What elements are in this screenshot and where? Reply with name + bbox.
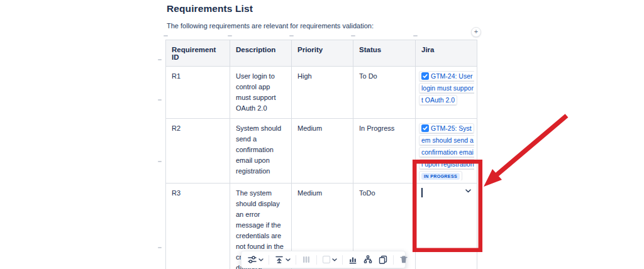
cell-status[interactable]: In Progress: [353, 119, 416, 184]
table-row: R1 User login to control app must suppor…: [166, 67, 477, 119]
column-resize-handle[interactable]: [351, 35, 355, 36]
cell-requirement-id[interactable]: R2: [166, 119, 230, 184]
insert-chart-button[interactable]: [346, 253, 360, 266]
align-top-icon: [274, 255, 284, 265]
table-alignment-button[interactable]: [272, 253, 292, 266]
toolbar-divider: [393, 255, 394, 265]
add-column-button[interactable]: +: [471, 27, 481, 37]
column-resize-handle[interactable]: [228, 35, 232, 36]
cell-status[interactable]: To Do: [353, 67, 416, 119]
chevron-down-icon[interactable]: [465, 189, 471, 193]
chevron-down-icon: [286, 258, 291, 261]
cell-background-color-button[interactable]: [320, 254, 339, 265]
chevron-down-icon: [332, 258, 337, 261]
jira-issue-link[interactable]: GTM-24: User login must support OAuth 2.…: [419, 71, 474, 107]
row-resize-handle[interactable]: [158, 161, 162, 162]
plus-icon: +: [474, 28, 478, 35]
jira-link-text: GTM-25: System should send a confirmatio…: [421, 124, 474, 168]
column-resize-handle[interactable]: [289, 35, 294, 36]
toolbar-divider: [296, 255, 296, 265]
column-resize-handle[interactable]: [164, 35, 168, 36]
requirements-table: Requirement ID Description Priority Stat…: [165, 40, 477, 269]
jira-issue-dropdown[interactable]: [416, 184, 477, 269]
column-header-requirement-id[interactable]: Requirement ID: [166, 40, 230, 67]
cell-priority[interactable]: High: [292, 67, 353, 119]
column-header-jira[interactable]: Jira: [416, 40, 477, 67]
jira-link-text: GTM-24: User login must support OAuth 2.…: [421, 72, 474, 104]
cell-description[interactable]: User login to control app must support O…: [230, 67, 292, 119]
jira-task-icon: [421, 124, 429, 131]
page: Requirements List The following requirem…: [0, 0, 644, 269]
jira-issue-link[interactable]: GTM-25: System should send a confirmatio…: [419, 123, 474, 180]
table-header-row: Requirement ID Description Priority Stat…: [166, 40, 477, 67]
sliders-icon: [247, 255, 257, 265]
jira-status-badge: IN PROGRESS: [421, 173, 460, 180]
table-toolbar: [241, 251, 406, 268]
toolbar-divider: [342, 255, 343, 265]
row-resize-handle[interactable]: [158, 247, 162, 248]
page-title: Requirements List: [167, 3, 253, 14]
distribute-columns-button[interactable]: [299, 253, 313, 266]
cell-priority[interactable]: Medium: [292, 119, 353, 184]
toolbar-divider: [316, 255, 317, 265]
cell-jira[interactable]: GTM-24: User login must support OAuth 2.…: [416, 67, 477, 119]
annotation-arrow-shaft: [497, 116, 567, 175]
column-header-description[interactable]: Description: [230, 40, 292, 67]
annotation-arrow-head: [484, 169, 502, 187]
row-resize-handle[interactable]: [158, 99, 162, 101]
cell-color-icon: [322, 255, 331, 264]
column-header-status[interactable]: Status: [353, 40, 416, 67]
columns-icon: [301, 255, 311, 265]
convert-to-diagram-button[interactable]: [361, 253, 375, 266]
cell-jira[interactable]: GTM-25: System should send a confirmatio…: [416, 119, 477, 184]
trash-icon: [399, 255, 409, 265]
cell-requirement-id[interactable]: R1: [166, 67, 230, 119]
page-subtitle: The following requirements are relevant …: [167, 22, 374, 30]
cell-requirement-id[interactable]: R3: [166, 184, 230, 269]
column-resize-handle[interactable]: [413, 35, 418, 36]
delete-table-button[interactable]: [397, 253, 411, 266]
toolbar-divider: [269, 255, 269, 265]
copy-icon: [378, 255, 388, 265]
row-resize-handle[interactable]: [158, 59, 162, 60]
copy-table-button[interactable]: [376, 253, 390, 266]
table-row: R2 System should send a confirmation ema…: [166, 119, 477, 184]
cell-description[interactable]: System should send a confirmation email …: [230, 119, 292, 184]
jira-task-icon: [421, 72, 429, 79]
chart-icon: [348, 255, 358, 265]
text-cursor: [421, 188, 423, 197]
column-header-priority[interactable]: Priority: [292, 40, 353, 67]
chevron-down-icon: [258, 258, 264, 261]
table-options-button[interactable]: [245, 253, 265, 266]
hierarchy-icon: [363, 255, 373, 265]
